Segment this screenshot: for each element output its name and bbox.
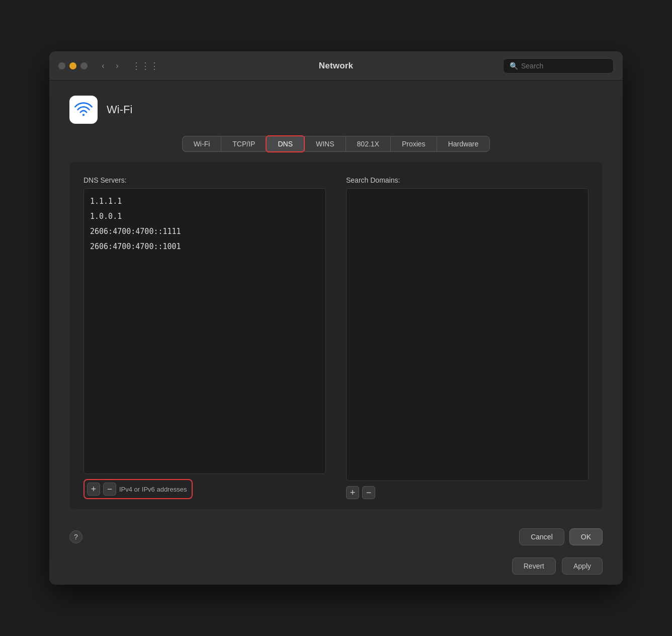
- tab-tcpip[interactable]: TCP/IP: [221, 136, 266, 152]
- search-domains-remove-button[interactable]: −: [362, 486, 375, 499]
- apply-button[interactable]: Apply: [562, 558, 603, 575]
- nav-arrows: ‹ ›: [98, 60, 123, 71]
- bottom-bar: ? Cancel OK: [49, 519, 623, 552]
- dns-panel: DNS Servers: 1.1.1.1 1.0.0.1 2606:4700:4…: [69, 162, 603, 509]
- wifi-icon-container: [69, 96, 98, 124]
- search-domains-list[interactable]: [346, 188, 589, 481]
- svg-point-0: [82, 114, 85, 116]
- tab-wifi[interactable]: Wi-Fi: [182, 136, 221, 152]
- tab-dns[interactable]: DNS: [266, 135, 305, 152]
- dns-remove-button[interactable]: −: [103, 483, 116, 496]
- back-button[interactable]: ‹: [98, 60, 109, 71]
- network-window: ‹ › ⋮⋮⋮ Network 🔍 Wi-Fi: [49, 51, 623, 585]
- tab-proxies[interactable]: Proxies: [390, 136, 437, 152]
- dialog-buttons: Cancel OK: [519, 528, 603, 545]
- columns-row: DNS Servers: 1.1.1.1 1.0.0.1 2606:4700:4…: [83, 176, 589, 499]
- search-domains-add-button[interactable]: +: [346, 486, 359, 499]
- search-domains-footer: + −: [346, 486, 589, 499]
- tabs-container: Wi-Fi TCP/IP DNS WINS 802.1X Proxies Har…: [69, 136, 603, 152]
- dns-add-button[interactable]: +: [87, 483, 100, 496]
- traffic-lights: [58, 62, 88, 69]
- wifi-icon: [74, 100, 93, 119]
- main-content: Wi-Fi Wi-Fi TCP/IP DNS WINS 802.1X Proxi…: [49, 81, 623, 519]
- search-icon: 🔍: [510, 62, 518, 70]
- ok-button[interactable]: OK: [569, 528, 603, 545]
- window-title: Network: [319, 61, 353, 71]
- wifi-title: Wi-Fi: [107, 103, 132, 116]
- dns-entry-1: 1.1.1.1: [90, 194, 319, 209]
- dns-hint: IPv4 or IPv6 addresses: [119, 486, 187, 493]
- dns-servers-list[interactable]: 1.1.1.1 1.0.0.1 2606:4700:4700::1111 260…: [83, 188, 326, 474]
- dns-entry-3: 2606:4700:4700::1111: [90, 224, 319, 239]
- forward-button[interactable]: ›: [112, 60, 123, 71]
- help-button[interactable]: ?: [69, 530, 82, 543]
- search-domains-label: Search Domains:: [346, 176, 589, 184]
- tab-wins[interactable]: WINS: [304, 136, 346, 152]
- dns-entry-2: 1.0.0.1: [90, 209, 319, 224]
- dns-footer: + − IPv4 or IPv6 addresses: [83, 479, 326, 499]
- footer-bar: Revert Apply: [49, 552, 623, 585]
- search-bar[interactable]: 🔍: [503, 58, 614, 73]
- cancel-button[interactable]: Cancel: [519, 528, 564, 545]
- titlebar: ‹ › ⋮⋮⋮ Network 🔍: [49, 51, 623, 81]
- close-button[interactable]: [58, 62, 65, 69]
- app-grid-icon: ⋮⋮⋮: [132, 60, 159, 71]
- dns-add-remove-highlight: + − IPv4 or IPv6 addresses: [83, 479, 193, 499]
- search-domains-column: Search Domains: + −: [346, 176, 589, 499]
- dns-servers-column: DNS Servers: 1.1.1.1 1.0.0.1 2606:4700:4…: [83, 176, 326, 499]
- maximize-button[interactable]: [80, 62, 88, 69]
- wifi-header: Wi-Fi: [69, 96, 603, 124]
- dns-entry-4: 2606:4700:4700::1001: [90, 239, 319, 254]
- search-input[interactable]: [521, 62, 607, 70]
- revert-button[interactable]: Revert: [512, 558, 556, 575]
- tab-8021x[interactable]: 802.1X: [346, 136, 390, 152]
- tab-hardware[interactable]: Hardware: [437, 136, 490, 152]
- minimize-button[interactable]: [69, 62, 76, 69]
- dns-servers-label: DNS Servers:: [83, 176, 326, 184]
